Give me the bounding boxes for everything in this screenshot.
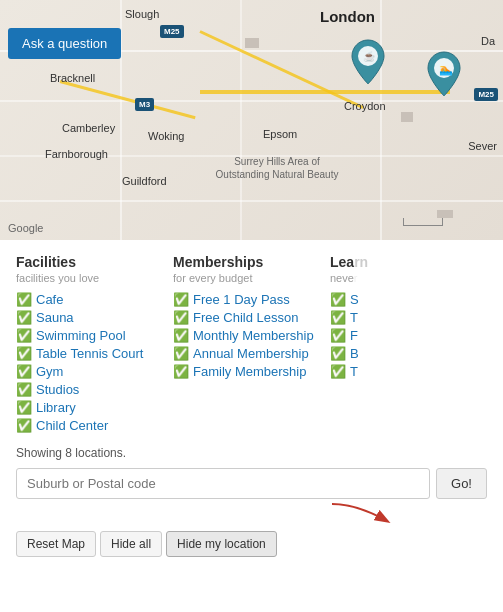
check-icon: ✅ xyxy=(16,364,32,379)
london-label: London xyxy=(320,8,375,25)
m25-right-badge: M25 xyxy=(474,88,498,101)
check-icon: ✅ xyxy=(173,292,189,307)
check-icon: ✅ xyxy=(330,328,346,343)
check-icon: ✅ xyxy=(330,346,346,361)
learn-item-5[interactable]: T xyxy=(350,364,358,379)
check-icon: ✅ xyxy=(16,418,32,433)
surrey-hills-label: Surrey Hills Area of Outstanding Natural… xyxy=(212,155,342,181)
search-bar: Go! xyxy=(16,468,487,499)
membership-free-child[interactable]: Free Child Lesson xyxy=(193,310,299,325)
m3-badge: M3 xyxy=(135,98,154,111)
list-item: ✅ Free 1 Day Pass xyxy=(173,292,320,307)
list-item: ✅ F xyxy=(330,328,477,343)
facility-sauna[interactable]: Sauna xyxy=(36,310,74,325)
list-item: ✅ Cafe xyxy=(16,292,163,307)
list-item: ✅ Table Tennis Court xyxy=(16,346,163,361)
learn-subtitle: never xyxy=(330,272,477,284)
arrow-icon xyxy=(327,499,407,529)
svg-text:🏊: 🏊 xyxy=(439,62,453,76)
memberships-subtitle: for every budget xyxy=(173,272,320,284)
check-icon: ✅ xyxy=(173,310,189,325)
membership-monthly[interactable]: Monthly Membership xyxy=(193,328,314,343)
list-item: ✅ Sauna xyxy=(16,310,163,325)
facility-cafe[interactable]: Cafe xyxy=(36,292,63,307)
list-item: ✅ Studios xyxy=(16,382,163,397)
croydon-label: Croydon xyxy=(344,100,386,112)
bottom-buttons: Reset Map Hide all Hide my location xyxy=(16,531,487,557)
farnborough-label: Farnborough xyxy=(45,148,108,160)
list-item: ✅ B xyxy=(330,346,477,361)
memberships-title: Memberships xyxy=(173,254,320,270)
slough-label: Slough xyxy=(125,8,159,20)
check-icon: ✅ xyxy=(16,346,32,361)
membership-family[interactable]: Family Membership xyxy=(193,364,306,379)
check-icon: ✅ xyxy=(16,400,32,415)
da-label: Da xyxy=(481,35,495,47)
columns-container: Facilities facilities you love ✅ Cafe ✅ … xyxy=(16,254,487,436)
list-item: ✅ T xyxy=(330,364,477,379)
facility-gym[interactable]: Gym xyxy=(36,364,63,379)
facility-library[interactable]: Library xyxy=(36,400,76,415)
check-icon: ✅ xyxy=(16,292,32,307)
facility-pool[interactable]: Swimming Pool xyxy=(36,328,126,343)
ask-question-button[interactable]: Ask a question xyxy=(8,28,121,59)
facility-tennis[interactable]: Table Tennis Court xyxy=(36,346,143,361)
list-item: ✅ Free Child Lesson xyxy=(173,310,320,325)
guildford-label: Guildford xyxy=(122,175,167,187)
check-icon: ✅ xyxy=(330,310,346,325)
learn-item-3[interactable]: F xyxy=(350,328,358,343)
check-icon: ✅ xyxy=(173,346,189,361)
hide-all-button[interactable]: Hide all xyxy=(100,531,162,557)
facilities-subtitle: facilities you love xyxy=(16,272,163,284)
sever-label: Sever xyxy=(468,140,497,152)
list-item: ✅ Swimming Pool xyxy=(16,328,163,343)
list-item: ✅ Gym xyxy=(16,364,163,379)
list-item: ✅ Family Membership xyxy=(173,364,320,379)
check-icon: ✅ xyxy=(173,364,189,379)
m25-badge: M25 xyxy=(160,25,184,38)
search-input[interactable] xyxy=(16,468,430,499)
woking-label: Woking xyxy=(148,130,184,142)
learn-item-2[interactable]: T xyxy=(350,310,358,325)
facilities-column: Facilities facilities you love ✅ Cafe ✅ … xyxy=(16,254,173,436)
list-item: ✅ S xyxy=(330,292,477,307)
map-pin-pool[interactable]: 🏊 xyxy=(424,50,464,101)
arrow-hint xyxy=(16,507,487,531)
check-icon: ✅ xyxy=(16,382,32,397)
go-button[interactable]: Go! xyxy=(436,468,487,499)
facility-child-center[interactable]: Child Center xyxy=(36,418,108,433)
check-icon: ✅ xyxy=(330,364,346,379)
check-icon: ✅ xyxy=(173,328,189,343)
learn-title: Learn xyxy=(330,254,477,270)
check-icon: ✅ xyxy=(330,292,346,307)
learn-item-4[interactable]: B xyxy=(350,346,359,361)
showing-locations-text: Showing 8 locations. xyxy=(16,446,487,460)
memberships-column: Memberships for every budget ✅ Free 1 Da… xyxy=(173,254,330,436)
list-item: ✅ T xyxy=(330,310,477,325)
list-item: ✅ Monthly Membership xyxy=(173,328,320,343)
map-pin-cafe[interactable]: ☕ xyxy=(348,38,388,89)
check-icon: ✅ xyxy=(16,328,32,343)
bracknell-label: Bracknell xyxy=(50,72,95,84)
camberley-label: Camberley xyxy=(62,122,115,134)
content-section: Facilities facilities you love ✅ Cafe ✅ … xyxy=(0,240,503,567)
membership-annual[interactable]: Annual Membership xyxy=(193,346,309,361)
google-watermark: Google xyxy=(8,222,43,234)
list-item: ✅ Annual Membership xyxy=(173,346,320,361)
hide-location-button[interactable]: Hide my location xyxy=(166,531,277,557)
list-item: ✅ Library xyxy=(16,400,163,415)
epsom-label: Epsom xyxy=(263,128,297,140)
svg-text:☕: ☕ xyxy=(363,50,376,63)
learn-column: Learn never ✅ S ✅ T ✅ F ✅ B ✅ T xyxy=(330,254,487,436)
membership-free-day[interactable]: Free 1 Day Pass xyxy=(193,292,290,307)
map-container[interactable]: M25 M3 M25 London Slough Bracknell Cambe… xyxy=(0,0,503,240)
facility-studios[interactable]: Studios xyxy=(36,382,79,397)
scale-bar xyxy=(403,218,443,226)
list-item: ✅ Child Center xyxy=(16,418,163,433)
reset-map-button[interactable]: Reset Map xyxy=(16,531,96,557)
learn-item-1[interactable]: S xyxy=(350,292,359,307)
check-icon: ✅ xyxy=(16,310,32,325)
facilities-title: Facilities xyxy=(16,254,163,270)
